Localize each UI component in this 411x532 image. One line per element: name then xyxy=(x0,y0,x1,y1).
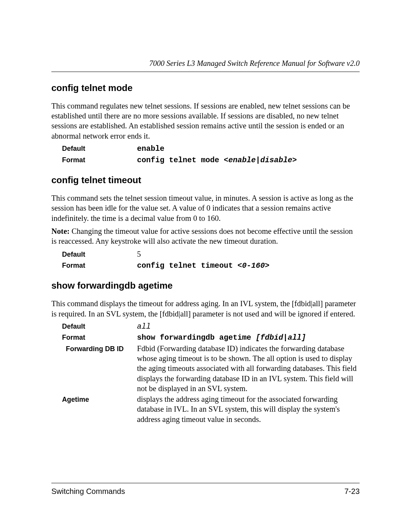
footer-left: Switching Commands xyxy=(51,487,125,496)
def-value: all xyxy=(137,322,360,332)
page: 7000 Series L3 Managed Switch Reference … xyxy=(0,0,411,532)
format-arg: [fdbid|all] xyxy=(256,333,306,342)
page-footer: Switching Commands 7-23 xyxy=(51,483,360,496)
def-label: Default xyxy=(51,322,137,331)
def-value: config telnet timeout <0-160> xyxy=(137,260,360,271)
def-value: displays the address aging timeout for t… xyxy=(137,394,360,424)
section-heading-config-telnet-timeout: config telnet timeout xyxy=(51,175,360,185)
def-label: Format xyxy=(51,156,137,165)
def-value: 5 xyxy=(137,249,360,259)
body-text: This command sets the telnet session tim… xyxy=(51,193,360,223)
format-arg: <enable|disable> xyxy=(224,156,297,165)
section-heading-show-forwardingdb-agetime: show forwardingdb agetime xyxy=(51,280,360,291)
definition-table: Default all Format show forwardingdb age… xyxy=(51,322,360,424)
footer-right: 7-23 xyxy=(344,487,360,496)
def-row-default: Default all xyxy=(51,322,360,332)
def-row-agetime: Agetime displays the address aging timeo… xyxy=(51,394,360,424)
header-rule xyxy=(51,72,360,72)
def-row-format: Format config telnet mode <enable|disabl… xyxy=(51,155,360,165)
def-value: enable xyxy=(137,144,360,154)
def-value: show forwardingdb agetime [fdbid|all] xyxy=(137,332,360,343)
note-body: Changing the timeout value for active se… xyxy=(51,227,353,245)
note-text: Note: Changing the timeout value for act… xyxy=(51,226,360,246)
format-arg: <0-160> xyxy=(237,261,269,270)
def-row-default: Default 5 xyxy=(51,249,360,259)
def-label: Format xyxy=(51,333,137,342)
header-title: 7000 Series L3 Managed Switch Reference … xyxy=(51,59,360,68)
section-heading-config-telnet-mode: config telnet mode xyxy=(51,83,360,93)
format-command: show forwardingdb agetime xyxy=(137,333,256,342)
def-value: Fdbid (Forwarding database ID) indicates… xyxy=(137,343,360,393)
def-row-default: Default enable xyxy=(51,144,360,154)
note-label: Note: xyxy=(51,227,70,235)
footer-rule xyxy=(51,483,360,483)
format-command: config telnet timeout xyxy=(137,261,237,270)
def-label: Format xyxy=(51,261,137,270)
def-row-forwarding-db-id: Forwarding DB ID Fdbid (Forwarding datab… xyxy=(51,343,360,393)
format-command: config telnet mode xyxy=(137,156,224,165)
definition-table: Default enable Format config telnet mode… xyxy=(51,144,360,165)
def-label: Forwarding DB ID xyxy=(51,345,137,353)
def-row-format: Format show forwardingdb agetime [fdbid|… xyxy=(51,332,360,343)
body-text: This command regulates new telnet sessio… xyxy=(51,101,360,141)
def-label: Agetime xyxy=(51,395,137,404)
def-label: Default xyxy=(51,144,137,153)
body-text: This command displays the timeout for ad… xyxy=(51,299,360,318)
definition-table: Default 5 Format config telnet timeout <… xyxy=(51,249,360,270)
def-row-format: Format config telnet timeout <0-160> xyxy=(51,260,360,271)
footer-row: Switching Commands 7-23 xyxy=(51,487,360,496)
def-value: config telnet mode <enable|disable> xyxy=(137,155,360,165)
def-label: Default xyxy=(51,250,137,259)
